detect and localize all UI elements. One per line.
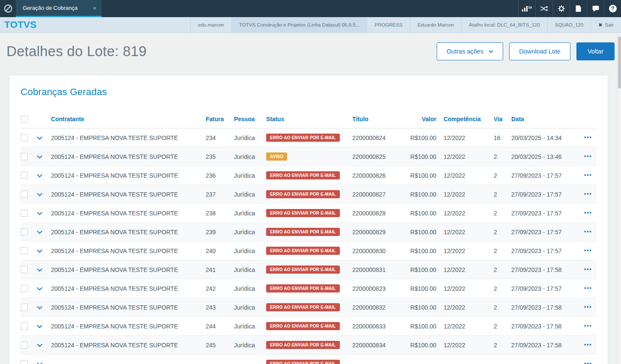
- expand-row-icon[interactable]: [37, 231, 42, 234]
- totvs-logo-icon[interactable]: [0, 0, 16, 17]
- cell-via: 2: [494, 210, 511, 217]
- row-checkbox[interactable]: [21, 266, 28, 273]
- network-label: DI: [528, 6, 532, 9]
- expand-row-icon[interactable]: [37, 344, 42, 347]
- row-checkbox[interactable]: [21, 228, 28, 236]
- voltar-button[interactable]: Voltar: [576, 42, 615, 60]
- env-item-product[interactable]: TOTVS Construção e Projetos (Linha Datas…: [231, 17, 367, 33]
- shuffle-icon[interactable]: [535, 0, 552, 17]
- cell-via: 2: [494, 304, 511, 311]
- row-checkbox[interactable]: [21, 153, 28, 160]
- expand-row-icon[interactable]: [37, 287, 42, 291]
- row-actions-icon[interactable]: ⋯: [584, 171, 591, 179]
- cell-valor: R$100.00: [409, 304, 436, 311]
- row-actions-icon[interactable]: ⋯: [584, 284, 591, 292]
- vertical-scrollbar[interactable]: [617, 33, 621, 364]
- table-row: ERRO AO ENVIAR POR E-MAIL ⋯: [21, 355, 597, 364]
- row-checkbox[interactable]: [21, 360, 28, 364]
- expand-row-icon[interactable]: [37, 155, 42, 159]
- chat-icon[interactable]: [587, 0, 604, 17]
- column-header-valor[interactable]: Valor: [409, 116, 436, 122]
- download-lote-label: Download Lote: [519, 48, 561, 55]
- row-actions-icon[interactable]: ⋯: [584, 340, 591, 349]
- settings-gear-icon[interactable]: [552, 0, 570, 17]
- cell-data: 27/09/2023 - 17:58: [511, 342, 576, 349]
- row-actions-icon[interactable]: ⋯: [584, 209, 591, 217]
- chevron-down-icon: [489, 50, 493, 53]
- cell-pessoa: Jurídica: [234, 248, 266, 254]
- expand-row-icon[interactable]: [37, 269, 42, 272]
- download-lote-button[interactable]: Download Lote: [509, 42, 570, 60]
- cell-pessoa: Jurídica: [234, 323, 266, 330]
- cell-pessoa: Jurídica: [234, 134, 266, 141]
- totvs-brand: TOTVS: [0, 17, 36, 33]
- cell-data: 27/09/2023 - 17:57: [511, 172, 576, 179]
- outras-acoes-button[interactable]: Outras ações: [437, 42, 503, 60]
- status-badge: ERRO AO ENVIAR POR E-MAIL: [266, 284, 340, 292]
- logout-button[interactable]: ✖ Sair: [591, 17, 621, 33]
- row-actions-icon[interactable]: ⋯: [584, 190, 591, 198]
- column-header-status[interactable]: Status: [266, 116, 352, 122]
- column-header-pessoa[interactable]: Pessoa: [234, 116, 266, 122]
- env-item-shortcut: Atalho local: DLC_64_BITS_120: [461, 17, 547, 33]
- row-checkbox[interactable]: [21, 134, 28, 141]
- scrollbar-thumb[interactable]: [618, 36, 621, 89]
- row-actions-icon[interactable]: ⋯: [584, 359, 591, 364]
- cell-data: 20/03/2025 - 13:46: [511, 153, 576, 160]
- column-header-contratante[interactable]: Contratante: [51, 116, 206, 122]
- expand-row-icon[interactable]: [37, 306, 42, 310]
- status-badge: ERRO AO ENVIAR POR E-MAIL: [266, 209, 340, 217]
- topbar-spacer: [102, 0, 518, 17]
- expand-row-icon[interactable]: [37, 250, 42, 253]
- table-row: 2005124 - EMPRESA NOVA TESTE SUPORTE 236…: [21, 166, 597, 185]
- row-checkbox[interactable]: [21, 191, 28, 198]
- row-actions-icon[interactable]: ⋯: [584, 133, 591, 142]
- column-header-fatura[interactable]: Fatura: [206, 116, 234, 122]
- cell-contratante: 2005124 - EMPRESA NOVA TESTE SUPORTE: [51, 210, 206, 217]
- row-actions-icon[interactable]: ⋯: [584, 152, 591, 161]
- document-icon[interactable]: [570, 0, 587, 17]
- row-checkbox[interactable]: [21, 341, 28, 349]
- column-header-titulo[interactable]: Título: [352, 116, 409, 122]
- cell-contratante: 2005124 - EMPRESA NOVA TESTE SUPORTE: [51, 342, 206, 349]
- network-signal-icon[interactable]: DI: [518, 0, 535, 17]
- row-checkbox[interactable]: [21, 247, 28, 254]
- tab-geracao-de-cobranca[interactable]: Geração de Cobrança ×: [16, 0, 102, 17]
- cell-titulo: 2200000834: [352, 342, 409, 349]
- row-actions-icon[interactable]: ⋯: [584, 265, 591, 274]
- column-header-competencia[interactable]: Competência: [436, 116, 494, 122]
- help-icon[interactable]: ?: [604, 0, 621, 17]
- select-all-checkbox[interactable]: [21, 116, 28, 123]
- row-actions-icon[interactable]: ⋯: [584, 246, 591, 255]
- expand-row-icon[interactable]: [37, 325, 42, 328]
- row-actions-icon[interactable]: ⋯: [584, 322, 591, 330]
- status-badge: ERRO AO ENVIAR POR E-MAIL: [266, 171, 340, 179]
- cell-contratante: 2005124 - EMPRESA NOVA TESTE SUPORTE: [51, 229, 206, 236]
- logout-label: Sair: [605, 22, 614, 27]
- env-item-squad: SQUAD_120: [547, 17, 591, 33]
- topbar: Geração de Cobrança × DI: [0, 0, 621, 17]
- env-item-database: PROGRESS: [367, 17, 410, 33]
- expand-row-icon[interactable]: [37, 174, 42, 178]
- cell-fatura: 245: [206, 342, 234, 349]
- column-header-data[interactable]: Data: [511, 116, 576, 122]
- column-header-via[interactable]: Via: [494, 116, 511, 122]
- expand-row-icon[interactable]: [37, 212, 42, 215]
- cell-competencia: 12/2022: [436, 285, 494, 292]
- row-checkbox[interactable]: [21, 209, 28, 217]
- row-checkbox[interactable]: [21, 304, 28, 311]
- cell-pessoa: Jurídica: [234, 266, 266, 273]
- expand-row-icon[interactable]: [37, 193, 42, 197]
- row-checkbox[interactable]: [21, 322, 28, 330]
- row-checkbox[interactable]: [21, 285, 28, 292]
- cell-titulo: 2200000824: [352, 134, 409, 141]
- expand-row-icon[interactable]: [37, 137, 42, 140]
- status-badge: ERRO AO ENVIAR POR E-MAIL: [266, 228, 340, 236]
- voltar-label: Voltar: [588, 48, 603, 55]
- status-badge: ERRO AO ENVIAR POR E-MAIL: [266, 322, 340, 330]
- tab-close-icon[interactable]: ×: [89, 5, 96, 12]
- expand-row-icon[interactable]: [37, 363, 42, 364]
- row-actions-icon[interactable]: ⋯: [584, 227, 591, 236]
- row-actions-icon[interactable]: ⋯: [584, 303, 591, 311]
- row-checkbox[interactable]: [21, 172, 28, 179]
